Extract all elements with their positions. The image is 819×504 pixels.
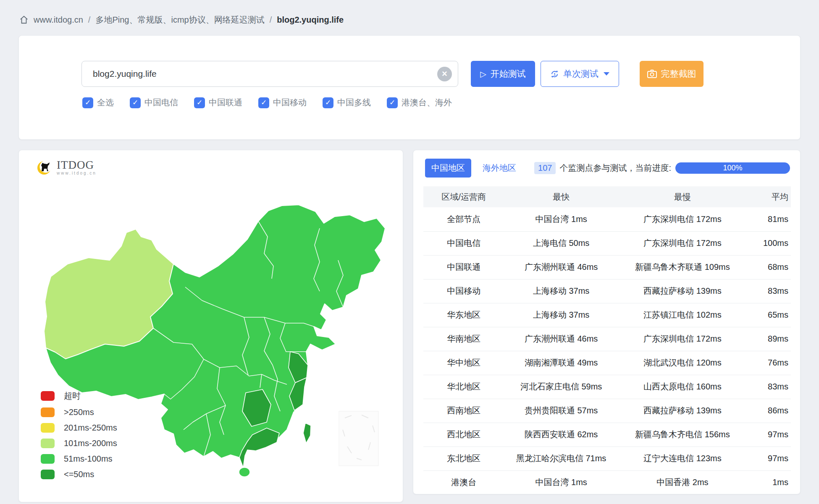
- cell-average: 76ms: [747, 351, 791, 375]
- table-row[interactable]: 西北地区陕西西安联通 62ms新疆乌鲁木齐电信 156ms97ms: [423, 423, 791, 447]
- breadcrumb-separator: /: [270, 15, 272, 25]
- svg-text:1: 1: [554, 72, 556, 76]
- checkbox-label: 港澳台、海外: [402, 97, 452, 108]
- checkbox-checked-icon[interactable]: ✓: [387, 97, 398, 108]
- table-row[interactable]: 中国移动上海移动 37ms西藏拉萨移动 139ms83ms: [423, 279, 791, 303]
- checkbox-checked-icon[interactable]: ✓: [323, 97, 333, 108]
- table-row[interactable]: 港澳台中国台湾 1ms中国香港 2ms1ms: [423, 470, 791, 494]
- cell-slowest: 江苏镇江电信 102ms: [618, 303, 747, 327]
- test-controls-card: × ▷ 开始测试 1 单次测试 完整截图 ✓全选✓中国电信✓中国联通✓中国移动✓…: [18, 35, 801, 140]
- cell-slowest: 中国香港 2ms: [618, 470, 747, 494]
- host-input[interactable]: [81, 61, 458, 87]
- legend-label: 超时: [64, 390, 81, 402]
- cell-region: 华东地区: [423, 303, 504, 327]
- checkbox-label: 中国移动: [273, 97, 307, 108]
- cell-fastest: 上海电信 50ms: [504, 231, 618, 255]
- cell-fastest: 上海移动 37ms: [504, 279, 618, 303]
- table-row[interactable]: 华南地区广东潮州联通 46ms广东深圳电信 172ms89ms: [423, 327, 791, 351]
- checkbox-label: 中国多线: [337, 97, 371, 108]
- tab-china-region[interactable]: 中国地区: [425, 159, 471, 178]
- play-icon: ▷: [480, 69, 486, 79]
- itdog-dog-icon: [36, 159, 54, 175]
- cell-region: 华中地区: [423, 351, 504, 375]
- table-row[interactable]: 华中地区湖南湘潭联通 49ms湖北武汉电信 120ms76ms: [423, 351, 791, 375]
- logo-title: ITDOG: [57, 159, 97, 172]
- cell-average: 81ms: [747, 207, 791, 231]
- cell-fastest: 湖南湘潭联通 49ms: [504, 351, 618, 375]
- checkbox-label: 中国电信: [144, 97, 178, 108]
- legend-label: 51ms-100ms: [64, 454, 113, 464]
- cell-average: 1ms: [747, 470, 791, 494]
- cell-region: 全部节点: [423, 207, 504, 231]
- legend-swatch: [41, 470, 55, 479]
- cell-region: 西南地区: [423, 399, 504, 423]
- checkbox-checked-icon[interactable]: ✓: [258, 97, 269, 108]
- legend-swatch: [41, 407, 55, 417]
- legend-item-4: 51ms-100ms: [41, 454, 117, 464]
- legend-swatch: [41, 391, 55, 401]
- single-test-dropdown-button[interactable]: 1 单次测试: [541, 61, 619, 87]
- cell-fastest: 中国台湾 1ms: [504, 470, 618, 494]
- table-row[interactable]: 西南地区贵州贵阳联通 57ms西藏拉萨移动 139ms86ms: [423, 399, 791, 423]
- breadcrumb-current: blog2.yuqing.life: [277, 15, 344, 25]
- cell-slowest: 广东深圳电信 172ms: [618, 327, 747, 351]
- table-row[interactable]: 全部节点中国台湾 1ms广东深圳电信 172ms81ms: [423, 207, 791, 231]
- monitor-label: 个监测点参与测试，当前进度:: [559, 162, 671, 174]
- breadcrumb-section[interactable]: 多地Ping、常规版、icmp协议、网络延迟测试: [95, 14, 264, 26]
- column-header: 平均: [747, 186, 791, 207]
- breadcrumb-site[interactable]: www.itdog.cn: [34, 15, 83, 25]
- checkbox-option-0[interactable]: ✓全选: [82, 97, 114, 108]
- map-hainan-island[interactable]: [239, 467, 250, 477]
- table-body: 全部节点中国台湾 1ms广东深圳电信 172ms81ms中国电信上海电信 50m…: [423, 207, 791, 494]
- cell-slowest: 山西太原电信 160ms: [618, 375, 747, 399]
- cell-region: 华北地区: [423, 375, 504, 399]
- clear-input-button[interactable]: ×: [437, 67, 452, 81]
- legend-label: >250ms: [64, 407, 94, 417]
- china-map-panel: ITDOG www.itdog.cn: [18, 150, 403, 502]
- start-test-button[interactable]: ▷ 开始测试: [471, 61, 535, 87]
- legend-swatch: [41, 454, 55, 464]
- itdog-logo: ITDOG www.itdog.cn: [36, 159, 97, 175]
- monitor-count-badge: 107: [534, 162, 556, 174]
- table-row[interactable]: 华北地区河北石家庄电信 59ms山西太原电信 160ms83ms: [423, 375, 791, 399]
- cell-slowest: 新疆乌鲁木齐联通 109ms: [618, 255, 747, 279]
- column-header: 最快: [504, 186, 618, 207]
- table-header-row: 区域/运营商最快最慢平均: [423, 186, 791, 207]
- checkbox-option-5[interactable]: ✓港澳台、海外: [387, 97, 452, 108]
- camera-icon: [647, 70, 657, 78]
- south-china-sea-inset: [339, 411, 378, 466]
- cell-fastest: 上海移动 37ms: [504, 303, 618, 327]
- cell-slowest: 辽宁大连电信 123ms: [618, 447, 747, 470]
- checkbox-option-3[interactable]: ✓中国移动: [258, 97, 307, 108]
- legend-item-2: 201ms-250ms: [41, 423, 117, 433]
- checkbox-checked-icon[interactable]: ✓: [130, 97, 141, 108]
- cell-region: 华南地区: [423, 327, 504, 351]
- tab-overseas-region[interactable]: 海外地区: [483, 162, 516, 174]
- cell-fastest: 中国台湾 1ms: [504, 207, 618, 231]
- cell-slowest: 西藏拉萨移动 139ms: [618, 279, 747, 303]
- table-row[interactable]: 东北地区黑龙江哈尔滨电信 71ms辽宁大连电信 123ms97ms: [423, 447, 791, 470]
- table-row[interactable]: 中国电信上海电信 50ms广东深圳电信 172ms100ms: [423, 231, 791, 255]
- cell-average: 68ms: [747, 255, 791, 279]
- cell-slowest: 广东深圳电信 172ms: [618, 231, 747, 255]
- checkbox-option-2[interactable]: ✓中国联通: [194, 97, 242, 108]
- checkbox-checked-icon[interactable]: ✓: [194, 97, 205, 108]
- cell-average: 83ms: [747, 279, 791, 303]
- checkbox-option-4[interactable]: ✓中国多线: [323, 97, 371, 108]
- cell-average: 100ms: [747, 231, 791, 255]
- cell-fastest: 广东潮州联通 46ms: [504, 255, 618, 279]
- cell-region: 东北地区: [423, 447, 504, 470]
- legend-swatch: [41, 423, 55, 433]
- cell-slowest: 西藏拉萨移动 139ms: [618, 399, 747, 423]
- legend-item-3: 101ms-200ms: [41, 439, 117, 448]
- table-row[interactable]: 华东地区上海移动 37ms江苏镇江电信 102ms65ms: [423, 303, 791, 327]
- latency-legend: 超时>250ms201ms-250ms101ms-200ms51ms-100ms…: [41, 390, 117, 479]
- home-icon[interactable]: [19, 15, 29, 24]
- cell-region: 中国电信: [423, 231, 504, 255]
- cell-slowest: 新疆乌鲁木齐电信 156ms: [618, 423, 747, 447]
- full-screenshot-button[interactable]: 完整截图: [640, 61, 704, 87]
- checkbox-option-1[interactable]: ✓中国电信: [130, 97, 178, 108]
- legend-item-1: >250ms: [41, 407, 117, 417]
- checkbox-checked-icon[interactable]: ✓: [82, 97, 93, 108]
- table-row[interactable]: 中国联通广东潮州联通 46ms新疆乌鲁木齐联通 109ms68ms: [423, 255, 791, 279]
